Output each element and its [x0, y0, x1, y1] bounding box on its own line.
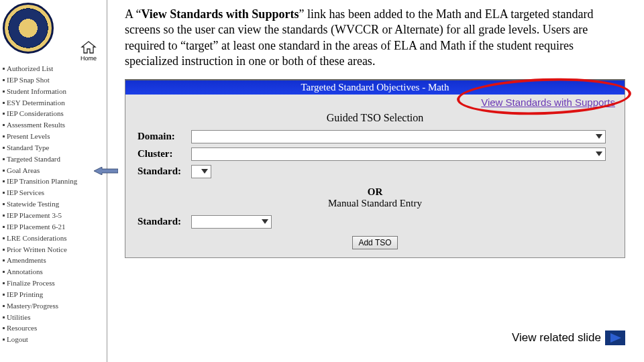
label-standard-manual: Standard:: [138, 216, 191, 227]
panel-title-bar: Targeted Standard Objectives - Math: [125, 80, 625, 95]
sidebar-item[interactable]: Authorized List: [3, 63, 105, 74]
home-icon: [80, 41, 97, 54]
sidebar-item[interactable]: Resources: [3, 322, 105, 334]
sidebar-item[interactable]: IEP Snap Shot: [3, 74, 105, 86]
wv-doe-seal: [3, 3, 54, 54]
sidebar-item[interactable]: LRE Considerations: [3, 233, 105, 244]
sidebar-item[interactable]: Amendments: [3, 255, 105, 266]
sidebar-item[interactable]: Logout: [3, 334, 105, 345]
sidebar-item[interactable]: IEP Considerations: [3, 108, 105, 119]
sidebar-item[interactable]: Assessment Results: [3, 119, 105, 131]
standard-select-guided[interactable]: [191, 165, 211, 178]
sidebar-item[interactable]: Student Information: [3, 86, 105, 97]
screenshot-panel: Targeted Standard Objectives - Math View…: [125, 79, 625, 258]
home-label: Home: [80, 55, 97, 62]
cluster-select[interactable]: [191, 147, 606, 161]
sidebar-item[interactable]: IEP Transition Planning: [3, 176, 105, 187]
add-tso-button[interactable]: Add TSO: [352, 236, 397, 249]
intro-paragraph: A “View Standards with Supports” link ha…: [125, 7, 625, 70]
sidebar-item[interactable]: IEP Placement 3-5: [3, 210, 105, 221]
sidebar: Home Authorized List IEP Snap Shot Stude…: [0, 0, 107, 362]
row-standard-manual: Standard:: [125, 213, 625, 231]
sidebar-item[interactable]: Standard Type: [3, 142, 105, 154]
sidebar-item[interactable]: IEP Services: [3, 187, 105, 198]
row-cluster: Cluster:: [125, 145, 625, 163]
sidebar-menu: Authorized List IEP Snap Shot Student In…: [3, 63, 105, 345]
section-title: Guided TSO Selection: [125, 111, 625, 128]
play-icon: [605, 330, 625, 345]
sidebar-item[interactable]: Targeted Standard: [3, 154, 105, 165]
link-row: View Standards with Supports: [125, 95, 625, 111]
label-cluster: Cluster:: [138, 148, 191, 160]
sidebar-item[interactable]: Statewide Testing: [3, 198, 105, 210]
label-standard: Standard:: [138, 166, 191, 177]
label-domain: Domain:: [138, 131, 191, 142]
or-divider: OR: [125, 180, 625, 198]
domain-select[interactable]: [191, 130, 606, 143]
footer-text: View related slide: [512, 331, 601, 345]
sidebar-item[interactable]: IEP Printing: [3, 289, 105, 300]
logo-area: Home: [3, 3, 105, 63]
sidebar-item[interactable]: Present Levels: [3, 131, 105, 142]
row-domain: Domain:: [125, 128, 625, 145]
sidebar-item[interactable]: IEP Placement 6-21: [3, 221, 105, 233]
sidebar-item[interactable]: ESY Determination: [3, 97, 105, 109]
sidebar-item[interactable]: Prior Written Notice: [3, 244, 105, 255]
sidebar-item[interactable]: Finalize Process: [3, 278, 105, 289]
button-row: Add TSO: [125, 231, 625, 249]
sidebar-item[interactable]: Annotations: [3, 266, 105, 278]
manual-title: Manual Standard Entry: [125, 198, 625, 213]
home-button[interactable]: Home: [76, 41, 101, 62]
sidebar-item[interactable]: Utilities: [3, 312, 105, 323]
row-standard-guided: Standard:: [125, 163, 625, 180]
view-standards-link[interactable]: View Standards with Supports: [481, 97, 615, 108]
footer-link[interactable]: View related slide: [512, 330, 625, 345]
standard-select-manual[interactable]: [191, 215, 272, 229]
sidebar-item[interactable]: Goal Areas: [3, 165, 105, 176]
main-content: A “View Standards with Supports” link ha…: [107, 0, 644, 362]
sidebar-item[interactable]: Mastery/Progress: [3, 300, 105, 312]
intro-bold: View Standards with Supports: [142, 7, 299, 21]
